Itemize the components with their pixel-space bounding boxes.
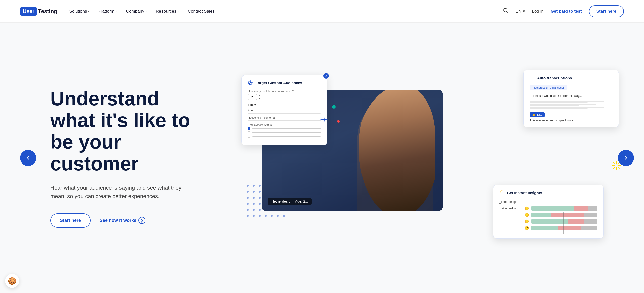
cookie-icon: 🍪 [8,277,17,285]
emoji-4: 😐 [525,226,529,230]
contributors-stepper-arrows[interactable]: ▲ ▼ [258,94,260,100]
hero-content: Understand what it's like to be your cus… [50,88,226,227]
circle-arrow-icon: ❯ [138,217,145,224]
chevron-down-icon: ▾ [523,9,525,14]
logo[interactable]: User Testing [20,7,57,16]
bar-pink-3 [568,219,584,224]
nav-solutions-label: Solutions [69,9,87,14]
login-button[interactable]: Log in [532,9,544,14]
contributors-value[interactable]: 6 [248,94,257,100]
nav-resources[interactable]: Resources ▾ [156,9,179,14]
see-how-it-works-link[interactable]: See how it works ❯ [100,217,145,224]
bar-gray-3 [584,219,597,224]
emoji-2: 😞 [525,213,529,217]
bar-gray-1 [588,206,597,211]
card-target-audiences: × Target Custom Audiences How many contr… [242,75,327,145]
filter-age: Age [248,109,321,114]
insights-user-label: _letherdesign [499,200,597,204]
checkbox-checked-icon[interactable] [248,127,250,130]
hero-section: Understand what it's like to be your cus… [0,23,644,293]
chart-separator [499,232,597,233]
chart-line-indicator [563,212,564,234]
card-auto-transcriptions: Auto transcriptions _letherdesign's Tran… [523,70,619,127]
insights-row-2: 😞 [499,213,597,217]
insights-bar-3 [531,219,597,224]
checkbox-unchecked-icon[interactable] [248,131,250,134]
video-user-label: _letherdesign | Age: 2... [268,198,312,205]
svg-rect-5 [530,76,534,79]
nav-company-label: Company [126,9,144,14]
language-selector[interactable]: EN ▾ [516,9,525,14]
svg-line-12 [613,162,615,164]
filter-employment: Employment Status [248,123,321,138]
insights-icon [499,190,504,196]
transcript-gray-lines [530,101,613,109]
bar-pink-2 [551,213,584,217]
target-icon [248,80,253,86]
stepper-up-icon[interactable]: ▲ [258,94,260,97]
bar-green-2 [531,213,551,217]
search-icon[interactable] [503,8,509,15]
nav-right: EN ▾ Log in Get paid to test Start here [503,5,624,17]
filters-label: Filters [248,103,321,106]
hero-subtitle: Hear what your audience is saying and se… [50,184,191,200]
stepper-down-icon[interactable]: ▼ [258,97,260,100]
income-filter-label: Household Income ($) [248,116,321,119]
card-get-insights: Get Instant Insights _letherdesign _leth… [493,185,604,239]
svg-line-1 [507,12,508,13]
transcript-text-2: This was easy and simple to use. [530,119,613,122]
bar-green-3 [531,219,568,224]
sparkle-blue-decoration [319,115,329,125]
bar-gray-4 [581,226,597,230]
card-transcriptions-title: Auto transcriptions [537,76,572,80]
cookie-consent-button[interactable]: 🍪 [5,274,19,288]
like-icon: 👍 [532,113,536,116]
logo-testing-text: Testing [38,8,57,15]
contributors-label: How many contributors do you need? [248,90,321,93]
insights-chart: _letherdesign 😊 😞 [499,206,597,233]
emoji-3: 😊 [525,219,529,223]
see-how-label: See how it works [100,218,136,223]
bar-pink-1 [574,206,588,211]
start-here-nav-button[interactable]: Start here [589,5,624,17]
transcript-user-name: _letherdesign's Transcript [530,85,567,90]
insights-bar-2 [531,213,597,217]
employment-filter-label: Employment Status [248,123,321,126]
checkbox-unchecked-icon[interactable] [248,135,250,138]
carousel-next-button[interactable] [618,150,634,166]
start-here-hero-button[interactable]: Start here [50,213,91,228]
svg-point-16 [501,191,503,193]
hero-visual: _letherdesign | Age: 2... × Target Custo… [242,70,624,246]
close-icon[interactable]: × [323,73,329,79]
filter-income: Household Income ($) [248,116,321,121]
nav-contact-sales[interactable]: Contact Sales [188,9,215,14]
svg-line-14 [618,162,620,164]
logo-user-text: User [20,7,37,16]
age-filter-label: Age [248,109,321,112]
get-paid-link[interactable]: Get paid to test [551,9,582,14]
nav-platform[interactable]: Platform ▾ [98,9,117,14]
insights-name-1: _letherdesign [499,207,522,210]
insights-row-3: 😊 [499,219,597,224]
chevron-down-icon: ▾ [115,10,117,13]
navbar: User Testing Solutions ▾ Platform ▾ Comp… [0,0,644,23]
nav-contact-sales-label: Contact Sales [188,9,215,14]
insights-row-4: 😐 [499,226,597,230]
card-insights-title: Get Instant Insights [507,191,542,195]
red-dot-decoration [337,120,340,123]
card-audiences-title: Target Custom Audiences [256,81,302,85]
svg-point-4 [250,82,251,83]
svg-line-15 [613,167,615,169]
transcription-icon [530,75,535,81]
hero-buttons: Start here See how it works ❯ [50,213,226,228]
nav-company[interactable]: Company ▾ [126,9,147,14]
carousel-prev-button[interactable] [20,150,36,166]
bar-green-1 [531,206,574,211]
insights-bar-1 [531,206,597,211]
nav-solutions[interactable]: Solutions ▾ [69,9,90,14]
nav-resources-label: Resources [156,9,176,14]
like-label: Like [537,113,542,116]
hero-title: Understand what it's like to be your cus… [50,88,206,174]
insights-bar-4 [531,226,597,230]
nav-platform-label: Platform [98,9,114,14]
